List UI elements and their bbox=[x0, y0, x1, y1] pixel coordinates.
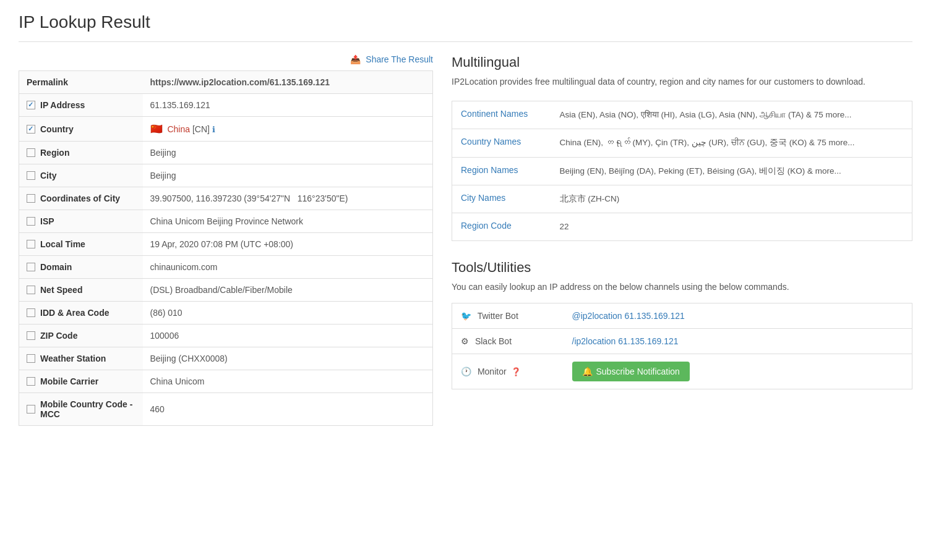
idd-checkbox[interactable] bbox=[27, 308, 35, 317]
continent-names-label: Continent Names bbox=[452, 101, 551, 129]
region-names-label: Region Names bbox=[452, 157, 551, 185]
list-item: 🐦 Twitter Bot @ip2location 61.135.169.12… bbox=[452, 303, 912, 329]
multilingual-table: Continent Names Asia (EN), Asia (NO), एश… bbox=[452, 101, 912, 241]
permalink-label-cell: Permalink bbox=[19, 71, 143, 94]
table-row: ZIP Code 100006 bbox=[19, 325, 433, 347]
slack-bot-link[interactable]: /ip2location 61.135.169.121 bbox=[572, 336, 679, 346]
twitter-bot-label: 🐦 Twitter Bot bbox=[452, 303, 564, 329]
tools-title: Tools/Utilities bbox=[452, 260, 912, 276]
twitter-bot-link[interactable]: @ip2location 61.135.169.121 bbox=[572, 311, 685, 321]
zip-label: ZIP Code bbox=[40, 331, 77, 341]
weather-label: Weather Station bbox=[40, 354, 106, 363]
region-names-value: Beijing (EN), Běijīng (DA), Peking (ET),… bbox=[551, 157, 912, 185]
slack-bot-label: ⚙ Slack Bot bbox=[452, 329, 564, 354]
country-names-label: Country Names bbox=[452, 129, 551, 157]
mobile-carrier-value: China Unicom bbox=[143, 370, 433, 393]
country-code: [CN] bbox=[192, 124, 210, 134]
table-row: Net Speed (DSL) Broadband/Cable/Fiber/Mo… bbox=[19, 279, 433, 302]
net-speed-label: Net Speed bbox=[40, 285, 82, 295]
permalink-value-cell: https://www.ip2location.com/61.135.169.1… bbox=[143, 71, 433, 94]
country-value: 🇨🇳 China [CN] ℹ bbox=[143, 117, 433, 142]
mobile-carrier-checkbox[interactable] bbox=[27, 377, 35, 386]
table-row: Mobile Carrier China Unicom bbox=[19, 370, 433, 393]
table-row: Mobile Country Code - MCC 460 bbox=[19, 393, 433, 426]
list-item: Region Names Beijing (EN), Běijīng (DA),… bbox=[452, 157, 912, 185]
table-row: Coordinates of City 39.907500, 116.39723… bbox=[19, 187, 433, 210]
table-row: ISP China Unicom Beijing Province Networ… bbox=[19, 210, 433, 233]
country-names-value: China (EN), တရုတ် (MY), Çin (TR), چین (U… bbox=[551, 129, 912, 157]
country-link[interactable]: China bbox=[167, 124, 190, 134]
region-label: Region bbox=[40, 148, 69, 158]
list-item: Continent Names Asia (EN), Asia (NO), एश… bbox=[452, 101, 912, 129]
share-icon: 📤 bbox=[350, 54, 361, 64]
twitter-icon: 🐦 bbox=[461, 311, 471, 321]
net-speed-value: (DSL) Broadband/Cable/Fiber/Mobile bbox=[143, 279, 433, 302]
isp-label: ISP bbox=[40, 216, 54, 226]
slack-bot-value: /ip2location 61.135.169.121 bbox=[564, 329, 912, 354]
continent-names-value: Asia (EN), Asia (NO), एशिया (HI), Asia (… bbox=[551, 101, 912, 129]
local-time-value: 19 Apr, 2020 07:08 PM (UTC +08:00) bbox=[143, 233, 433, 256]
table-row: Country 🇨🇳 China [CN] ℹ bbox=[19, 117, 433, 142]
region-checkbox[interactable] bbox=[27, 148, 35, 157]
permalink-value: https://www.ip2location.com/61.135.169.1… bbox=[150, 77, 330, 87]
isp-checkbox[interactable] bbox=[27, 217, 35, 226]
city-checkbox[interactable] bbox=[27, 171, 35, 180]
domain-label: Domain bbox=[40, 262, 72, 272]
table-row: IDD & Area Code (86) 010 bbox=[19, 302, 433, 325]
coordinates-value: 39.907500, 116.397230 (39°54'27"N 116°23… bbox=[143, 187, 433, 210]
list-item: 🕐 Monitor ❓ 🔔 Subscribe Notification bbox=[452, 354, 912, 389]
city-names-label: City Names bbox=[452, 185, 551, 213]
ip-address-checkbox[interactable] bbox=[27, 101, 35, 109]
bell-icon: 🔔 bbox=[582, 367, 593, 376]
share-link[interactable]: 📤 Share The Result bbox=[350, 54, 433, 64]
permalink-row: Permalink https://www.ip2location.com/61… bbox=[19, 71, 433, 94]
subscribe-notification-button[interactable]: 🔔 Subscribe Notification bbox=[572, 362, 690, 381]
table-row: Region Beijing bbox=[19, 142, 433, 164]
city-names-value: 北京市 (ZH-CN) bbox=[551, 185, 912, 213]
list-item: Country Names China (EN), တရုတ် (MY), Çi… bbox=[452, 129, 912, 157]
coordinates-label: Coordinates of City bbox=[40, 193, 120, 203]
city-value: Beijing bbox=[143, 164, 433, 187]
tools-desc: You can easily lookup an IP address on t… bbox=[452, 281, 912, 294]
weather-value: Beijing (CHXX0008) bbox=[143, 347, 433, 370]
list-item: ⚙ Slack Bot /ip2location 61.135.169.121 bbox=[452, 329, 912, 354]
region-code-value: 22 bbox=[551, 213, 912, 241]
zip-checkbox[interactable] bbox=[27, 331, 35, 340]
net-speed-checkbox[interactable] bbox=[27, 286, 35, 294]
domain-value: chinaunicom.com bbox=[143, 256, 433, 279]
monitor-help-icon[interactable]: ❓ bbox=[511, 367, 521, 376]
right-panel: Multilingual IP2Location provides free m… bbox=[452, 54, 912, 426]
table-row: Weather Station Beijing (CHXX0008) bbox=[19, 347, 433, 370]
list-item: City Names 北京市 (ZH-CN) bbox=[452, 185, 912, 213]
ip-address-label: IP Address bbox=[40, 100, 85, 110]
twitter-bot-value: @ip2location 61.135.169.121 bbox=[564, 303, 912, 329]
mcc-value: 460 bbox=[143, 393, 433, 426]
monitor-label: 🕐 Monitor ❓ bbox=[452, 354, 564, 389]
permalink-label: Permalink bbox=[27, 77, 68, 87]
left-panel: 📤 Share The Result Permalink https://www… bbox=[19, 54, 433, 426]
idd-value: (86) 010 bbox=[143, 302, 433, 325]
isp-value: China Unicom Beijing Province Network bbox=[143, 210, 433, 233]
multilingual-desc: IP2Location provides free multilingual d… bbox=[452, 75, 912, 88]
data-table: Permalink https://www.ip2location.com/61… bbox=[19, 70, 433, 426]
tools-table: 🐦 Twitter Bot @ip2location 61.135.169.12… bbox=[452, 303, 912, 389]
local-time-checkbox[interactable] bbox=[27, 240, 35, 248]
clock-icon: 🕐 bbox=[461, 367, 471, 376]
idd-label: IDD & Area Code bbox=[40, 308, 109, 318]
region-value: Beijing bbox=[143, 142, 433, 164]
table-row: Local Time 19 Apr, 2020 07:08 PM (UTC +0… bbox=[19, 233, 433, 256]
coordinates-checkbox[interactable] bbox=[27, 194, 35, 203]
mcc-checkbox[interactable] bbox=[27, 405, 35, 414]
table-row: IP Address 61.135.169.121 bbox=[19, 94, 433, 117]
share-bar: 📤 Share The Result bbox=[19, 54, 433, 64]
mcc-label: Mobile Country Code - MCC bbox=[40, 399, 135, 419]
domain-checkbox[interactable] bbox=[27, 263, 35, 271]
info-icon[interactable]: ℹ bbox=[212, 125, 215, 134]
table-row: Domain chinaunicom.com bbox=[19, 256, 433, 279]
monitor-value: 🔔 Subscribe Notification bbox=[564, 354, 912, 389]
table-row: City Beijing bbox=[19, 164, 433, 187]
weather-checkbox[interactable] bbox=[27, 354, 35, 363]
country-checkbox[interactable] bbox=[27, 125, 35, 134]
mobile-carrier-label: Mobile Carrier bbox=[40, 376, 98, 386]
region-code-label: Region Code bbox=[452, 213, 551, 241]
